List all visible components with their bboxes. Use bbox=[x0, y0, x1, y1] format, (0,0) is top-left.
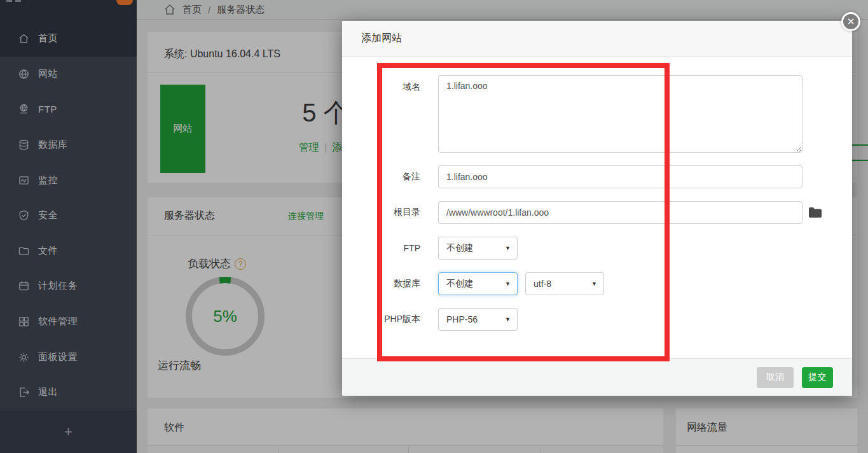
sidebar-toggle-button[interactable] bbox=[116, 0, 133, 5]
chevron-down-icon: ▼ bbox=[505, 245, 511, 251]
software-table-header bbox=[148, 445, 663, 453]
sidebar: 首页 网站 FTP 数据库 监控 安全 文件 计划任务 bbox=[0, 0, 137, 453]
root-input[interactable] bbox=[438, 201, 803, 224]
logo-fragment bbox=[6, 0, 21, 2]
breadcrumb: 首页 / 服务器状态 bbox=[137, 0, 868, 20]
globe-icon bbox=[18, 68, 30, 80]
breadcrumb-separator: / bbox=[208, 4, 210, 15]
sidebar-add-button[interactable]: + bbox=[0, 410, 137, 453]
note-row: 备注 bbox=[342, 165, 852, 188]
modal-header: 添加网站 bbox=[342, 21, 852, 57]
gear-icon bbox=[18, 351, 30, 363]
note-label: 备注 bbox=[342, 171, 420, 183]
root-label: 根目录 bbox=[342, 207, 420, 218]
sidebar-item-label: FTP bbox=[38, 104, 57, 115]
connections-link[interactable]: 连接管理 bbox=[288, 211, 324, 222]
software-card: 软件 bbox=[148, 408, 663, 453]
sidebar-item-label: 计划任务 bbox=[38, 280, 78, 292]
sidebar-logo-strip bbox=[0, 0, 137, 21]
sidebar-item-label: 网站 bbox=[38, 68, 58, 80]
sidebar-item-label: 首页 bbox=[38, 32, 58, 45]
domain-row: 域名 1.lifan.ooo bbox=[342, 75, 852, 153]
sidebar-item-ftp[interactable]: FTP bbox=[0, 92, 137, 127]
database-select[interactable]: 不创建 ▼ bbox=[438, 272, 518, 295]
website-stat-label: 网站 bbox=[174, 123, 193, 135]
sidebar-item-database[interactable]: 数据库 bbox=[0, 127, 137, 163]
sidebar-item-label: 安全 bbox=[38, 209, 58, 221]
sidebar-item-logout[interactable]: 退出 bbox=[0, 375, 137, 410]
plus-icon: + bbox=[64, 424, 72, 440]
modal-body: 域名 1.lifan.ooo 备注 根目录 FTP 不创建 ▼ 数据库 不创建 bbox=[342, 75, 852, 331]
breadcrumb-home-link[interactable]: 首页 bbox=[183, 4, 202, 16]
modal-title: 添加网站 bbox=[361, 32, 402, 45]
sidebar-item-home[interactable]: 首页 bbox=[0, 21, 137, 57]
domain-textarea[interactable]: 1.lifan.ooo bbox=[438, 75, 803, 153]
sidebar-item-label: 面板设置 bbox=[38, 351, 78, 363]
close-icon[interactable]: ✕ bbox=[841, 12, 860, 31]
chevron-down-icon: ▼ bbox=[505, 281, 511, 287]
folder-icon bbox=[18, 245, 30, 257]
calendar-icon bbox=[18, 280, 30, 292]
load-status-text: 运行流畅 bbox=[158, 358, 293, 373]
grid-icon bbox=[18, 316, 30, 328]
software-title: 软件 bbox=[148, 408, 663, 435]
traffic-title: 网络流量 bbox=[676, 408, 857, 435]
sidebar-item-website[interactable]: 网站 bbox=[0, 57, 137, 92]
sidebar-item-software[interactable]: 软件管理 bbox=[0, 304, 137, 340]
chevron-down-icon: ▼ bbox=[591, 281, 597, 287]
breadcrumb-home-icon[interactable] bbox=[163, 3, 176, 16]
database-row: 数据库 不创建 ▼ utf-8 ▼ bbox=[342, 272, 852, 295]
php-version-select[interactable]: PHP-56 ▼ bbox=[438, 308, 518, 331]
logout-icon bbox=[18, 386, 30, 398]
shield-icon bbox=[18, 209, 30, 221]
note-input[interactable] bbox=[438, 165, 803, 188]
domain-label: 域名 bbox=[342, 75, 420, 93]
sidebar-item-monitor[interactable]: 监控 bbox=[0, 162, 137, 198]
manage-link[interactable]: 管理 bbox=[299, 142, 319, 153]
sidebar-item-label: 退出 bbox=[38, 386, 58, 398]
load-gauge: 5% bbox=[183, 274, 267, 358]
load-status-label: 负载状态 ? bbox=[188, 256, 246, 271]
ftp-select[interactable]: 不创建 ▼ bbox=[438, 237, 518, 260]
charset-select[interactable]: utf-8 ▼ bbox=[525, 272, 604, 295]
help-icon[interactable]: ? bbox=[235, 258, 246, 270]
traffic-card: 网络流量 bbox=[676, 408, 857, 453]
divider bbox=[676, 445, 857, 446]
sidebar-item-label: 软件管理 bbox=[38, 316, 78, 328]
link-divider: | bbox=[324, 142, 327, 153]
ftp-row: FTP 不创建 ▼ bbox=[342, 237, 852, 260]
load-percent: 5% bbox=[183, 274, 267, 358]
sidebar-item-cron[interactable]: 计划任务 bbox=[0, 268, 137, 304]
ftp-globe-icon bbox=[18, 103, 30, 115]
sidebar-item-label: 监控 bbox=[38, 174, 58, 186]
sidebar-item-settings[interactable]: 面板设置 bbox=[0, 339, 137, 375]
server-status-title: 服务器状态 bbox=[164, 209, 215, 223]
sidebar-item-security[interactable]: 安全 bbox=[0, 198, 137, 233]
add-website-modal: 添加网站 ✕ 域名 1.lifan.ooo 备注 根目录 FTP 不创建 ▼ 数… bbox=[342, 21, 852, 396]
browse-folder-icon[interactable] bbox=[808, 207, 822, 218]
chevron-down-icon: ▼ bbox=[505, 316, 511, 323]
php-version-label: PHP版本 bbox=[342, 314, 420, 325]
sidebar-item-label: 文件 bbox=[38, 245, 58, 257]
cancel-button[interactable]: 取消 bbox=[757, 367, 794, 388]
submit-button[interactable]: 提交 bbox=[802, 367, 833, 388]
root-row: 根目录 bbox=[342, 201, 852, 224]
website-stat-block: 网站 bbox=[160, 85, 205, 173]
database-label: 数据库 bbox=[342, 278, 420, 289]
database-icon bbox=[18, 139, 30, 151]
monitor-icon bbox=[18, 174, 30, 186]
sidebar-item-label: 数据库 bbox=[38, 139, 68, 151]
modal-footer: 取消 提交 bbox=[342, 358, 852, 396]
breadcrumb-current: 服务器状态 bbox=[217, 4, 265, 16]
php-row: PHP版本 PHP-56 ▼ bbox=[342, 308, 852, 331]
sidebar-menu: 首页 网站 FTP 数据库 监控 安全 文件 计划任务 bbox=[0, 21, 137, 410]
sidebar-item-files[interactable]: 文件 bbox=[0, 233, 137, 269]
ftp-label: FTP bbox=[342, 243, 420, 253]
home-icon bbox=[18, 32, 30, 45]
